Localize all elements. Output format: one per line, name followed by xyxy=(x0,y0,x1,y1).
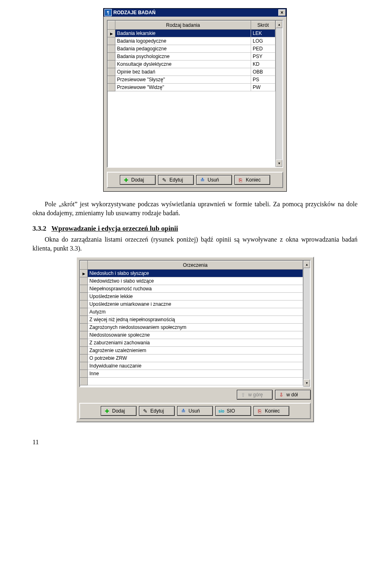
move-down-button[interactable]: ⇩w dół xyxy=(275,390,311,400)
table-row[interactable]: Niedosłuch i słabo słyszące xyxy=(80,270,303,277)
delete-icon: ≛ xyxy=(199,177,206,183)
table-row[interactable]: Autyzm xyxy=(80,308,303,316)
titlebar[interactable]: ¶ RODZAJE BADAŃ × xyxy=(104,9,286,17)
scroll-up-icon[interactable]: ▴ xyxy=(276,21,282,28)
cell-abbr[interactable]: PW xyxy=(251,84,275,91)
row-indicator xyxy=(80,331,88,339)
cell-name[interactable]: Przesiewowe "Widzę" xyxy=(115,84,251,91)
close-icon[interactable]: × xyxy=(278,9,286,16)
cell-name[interactable]: Niedostosowanie społeczne xyxy=(88,331,303,339)
grid-rodzaje: Rodzaj badania Skrót Badania lekarskieLE… xyxy=(107,20,283,168)
cell-abbr[interactable]: PS xyxy=(251,76,275,84)
close-button[interactable]: ⎘Koniec xyxy=(234,175,270,185)
scrollbar[interactable]: ▴ ▾ xyxy=(303,261,310,387)
section-heading: 3.3.2 Wprowadzanie i edycja orzeczeń lub… xyxy=(32,225,358,233)
button-bar: ✚Dodaj ✎Edytuj ≛Usuń sioSIO ⎘Koniec xyxy=(79,403,311,419)
scrollbar[interactable]: ▴ ▾ xyxy=(275,21,282,167)
cell-abbr[interactable]: PSY xyxy=(251,53,275,61)
cell-name[interactable]: Niedosłuch i słabo słyszące xyxy=(88,270,303,277)
window-rodzaje-badan: ¶ RODZAJE BADAŃ × Rodzaj badania Skrót xyxy=(103,8,287,192)
edit-button[interactable]: ✎Edytuj xyxy=(139,406,175,416)
delete-button[interactable]: ≛Usuń xyxy=(196,175,232,185)
cell-name[interactable]: Konsultacje dyslektyczne xyxy=(115,61,251,68)
table-row[interactable]: Badania psychologicznePSY xyxy=(108,53,275,61)
move-up-button[interactable]: ⇧w górę xyxy=(237,390,273,400)
exit-icon: ⎘ xyxy=(256,408,263,414)
cell-name[interactable]: Inne xyxy=(88,370,303,378)
edit-icon: ✎ xyxy=(142,408,148,414)
cell-name[interactable]: Zagrożenie uzależnieniem xyxy=(88,347,303,355)
table-row[interactable]: Upośledzenie umiarkowane i znaczne xyxy=(80,300,303,308)
cell-abbr[interactable]: LOG xyxy=(251,37,275,45)
cell-name[interactable]: Z więcej niż jedną niepełnosprawnością xyxy=(88,316,303,324)
table-row[interactable]: Niepełnosprawność ruchowa xyxy=(80,285,303,293)
cell-name[interactable]: Zagrożonych niedostosowaniem społecznym xyxy=(88,324,303,331)
add-button[interactable]: ✚Dodaj xyxy=(101,406,136,416)
grid-orzeczenia: Orzeczenia Niedosłuch i słabo słysząceNi… xyxy=(79,260,311,387)
sio-icon: sio xyxy=(218,408,225,414)
add-icon: ✚ xyxy=(104,408,110,414)
window-orzeczenia: Orzeczenia Niedosłuch i słabo słysząceNi… xyxy=(76,257,314,422)
cell-name[interactable]: Upośledzenie lekkie xyxy=(88,293,303,300)
cell-name[interactable]: Niedowidztwo i słabo widzące xyxy=(88,277,303,285)
cell-name[interactable]: O potrzebie ZRW xyxy=(88,355,303,362)
cell-abbr[interactable]: LEK xyxy=(251,30,275,37)
table-row[interactable]: Inne xyxy=(80,370,303,378)
row-indicator xyxy=(80,339,88,347)
table-row[interactable]: Z zaburzeniami zachowania xyxy=(80,339,303,347)
cell-name[interactable]: Badania pedagogiczne xyxy=(115,45,251,53)
table-row[interactable]: O potrzebie ZRW xyxy=(80,355,303,362)
cell-name[interactable]: Badania lekarskie xyxy=(115,30,251,37)
paragraph-2: Okna do zarządzania listami orzeczeń (ry… xyxy=(32,235,358,253)
arrow-up-icon: ⇧ xyxy=(240,391,246,398)
cell-name[interactable]: Niepełnosprawność ruchowa xyxy=(88,285,303,293)
row-indicator xyxy=(80,308,88,316)
table-row[interactable]: Zagrożonych niedostosowaniem społecznym xyxy=(80,324,303,331)
table-row[interactable]: Z więcej niż jedną niepełnosprawnością xyxy=(80,316,303,324)
cell-name[interactable]: Przesiewowe "Słyszę" xyxy=(115,76,251,84)
cell-name[interactable]: Indywidualne nauczanie xyxy=(88,362,303,370)
cell-abbr[interactable]: KD xyxy=(251,61,275,68)
delete-button[interactable]: ≛Usuń xyxy=(177,406,213,416)
row-indicator xyxy=(80,324,88,331)
col-skrot[interactable]: Skrót xyxy=(251,21,275,30)
table-row[interactable]: Opinie bez badańOBB xyxy=(108,68,275,76)
sio-button[interactable]: sioSIO xyxy=(215,406,251,416)
cell-abbr[interactable]: PED xyxy=(251,45,275,53)
cell-name[interactable]: Upośledzenie umiarkowane i znaczne xyxy=(88,300,303,308)
table-row[interactable]: Przesiewowe "Słyszę"PS xyxy=(108,76,275,84)
scroll-up-icon[interactable]: ▴ xyxy=(303,261,310,268)
window-title: RODZAJE BADAŃ xyxy=(113,10,156,15)
table-row[interactable]: Zagrożenie uzależnieniem xyxy=(80,347,303,355)
cell-name[interactable]: Z zaburzeniami zachowania xyxy=(88,339,303,347)
table-row[interactable]: Upośledzenie lekkie xyxy=(80,293,303,300)
cell-name[interactable]: Opinie bez badań xyxy=(115,68,251,76)
cell-abbr[interactable]: OBB xyxy=(251,68,275,76)
table-row[interactable]: Niedowidztwo i słabo widzące xyxy=(80,277,303,285)
col-orzeczenia[interactable]: Orzeczenia xyxy=(88,261,303,270)
table-row[interactable]: Badania lekarskieLEK xyxy=(108,30,275,37)
cell-name[interactable]: Badania logopedyczne xyxy=(115,37,251,45)
edit-button[interactable]: ✎Edytuj xyxy=(158,175,194,185)
col-rodzaj[interactable]: Rodzaj badania xyxy=(115,21,251,30)
table-row[interactable]: Badania logopedyczneLOG xyxy=(108,37,275,45)
table-orzeczenia[interactable]: Orzeczenia Niedosłuch i słabo słysząceNi… xyxy=(80,261,303,385)
table-row[interactable]: Konsultacje dyslektyczneKD xyxy=(108,61,275,68)
arrow-down-icon: ⇩ xyxy=(278,391,284,398)
button-bar: ✚Dodaj ✎Edytuj ≛Usuń ⎘Koniec xyxy=(107,172,283,188)
table-rodzaje[interactable]: Rodzaj badania Skrót Badania lekarskieLE… xyxy=(108,21,275,164)
scroll-down-icon[interactable]: ▾ xyxy=(303,379,310,387)
add-button[interactable]: ✚Dodaj xyxy=(120,175,156,185)
close-button[interactable]: ⎘Koniec xyxy=(254,406,289,416)
cell-name[interactable]: Badania psychologiczne xyxy=(115,53,251,61)
table-row[interactable]: Niedostosowanie społeczne xyxy=(80,331,303,339)
row-header-blank xyxy=(80,261,88,270)
reorder-bar: ⇧w górę ⇩w dół xyxy=(79,390,311,400)
table-row[interactable]: Badania pedagogicznePED xyxy=(108,45,275,53)
scroll-down-icon[interactable]: ▾ xyxy=(276,160,282,167)
table-row[interactable]: Indywidualne nauczanie xyxy=(80,362,303,370)
row-indicator xyxy=(108,45,115,53)
cell-name[interactable]: Autyzm xyxy=(88,308,303,316)
row-indicator xyxy=(80,277,88,285)
table-row[interactable]: Przesiewowe "Widzę"PW xyxy=(108,84,275,91)
